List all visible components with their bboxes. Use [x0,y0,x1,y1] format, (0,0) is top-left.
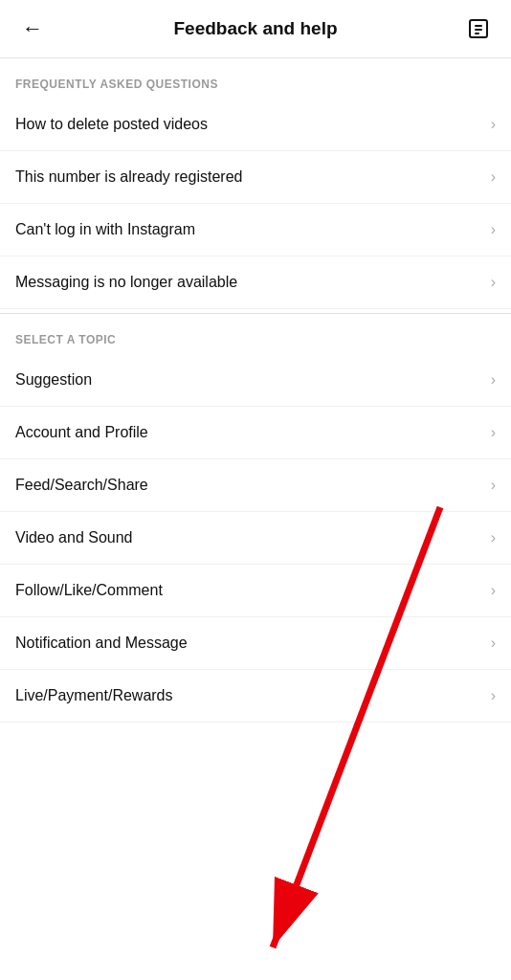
topic-item-label-1: Account and Profile [15,424,148,441]
page-title: Feedback and help [50,18,461,39]
topic-item-1[interactable]: Account and Profile › [0,407,511,459]
chevron-icon-topic-2: › [491,477,496,494]
topic-section-header: SELECT A TOPIC [0,314,511,354]
topic-item-label-5: Notification and Message [15,635,188,652]
chevron-icon-faq-1: › [491,168,496,186]
topic-item-label-4: Follow/Like/Comment [15,582,163,599]
chevron-icon-faq-2: › [491,221,496,238]
chevron-icon-faq-0: › [491,116,496,133]
back-button[interactable]: ← [15,11,50,46]
topic-item-label-3: Video and Sound [15,529,132,546]
chevron-icon-faq-3: › [491,274,496,291]
faq-item-2[interactable]: Can't log in with Instagram › [0,204,511,256]
edit-icon [467,17,490,40]
faq-item-1[interactable]: This number is already registered › [0,151,511,204]
back-arrow-icon: ← [22,16,43,41]
header: ← Feedback and help [0,0,511,58]
faq-item-label-1: This number is already registered [15,168,242,186]
chevron-icon-topic-6: › [491,687,496,704]
topic-item-3[interactable]: Video and Sound › [0,512,511,565]
faq-item-3[interactable]: Messaging is no longer available › [0,256,511,309]
chevron-icon-topic-3: › [491,529,496,546]
chevron-icon-topic-5: › [491,635,496,652]
topic-item-2[interactable]: Feed/Search/Share › [0,459,511,512]
faq-item-label-3: Messaging is no longer available [15,274,237,291]
topic-item-label-2: Feed/Search/Share [15,477,148,494]
topic-item-4[interactable]: Follow/Like/Comment › [0,565,511,617]
topic-item-label-6: Live/Payment/Rewards [15,687,173,704]
faq-item-0[interactable]: How to delete posted videos › [0,99,511,151]
chevron-icon-topic-4: › [491,582,496,599]
faq-section-header: FREQUENTLY ASKED QUESTIONS [0,58,511,99]
topic-item-5[interactable]: Notification and Message › [0,617,511,670]
chevron-icon-topic-0: › [491,371,496,389]
topic-item-0[interactable]: Suggestion › [0,354,511,407]
chevron-icon-topic-1: › [491,424,496,441]
faq-item-label-2: Can't log in with Instagram [15,221,195,238]
topic-item-label-0: Suggestion [15,371,92,389]
topic-item-6[interactable]: Live/Payment/Rewards › [0,670,511,723]
edit-button[interactable] [461,11,496,46]
faq-item-label-0: How to delete posted videos [15,116,208,133]
